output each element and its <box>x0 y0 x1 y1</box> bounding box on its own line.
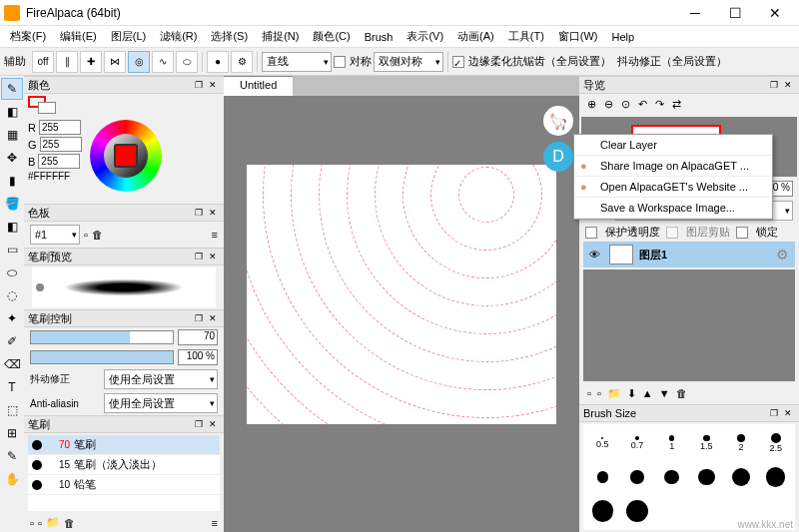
jitter-select[interactable]: 使用全局设置 <box>104 369 218 389</box>
minimize-button[interactable]: ─ <box>675 0 715 26</box>
dot-tool[interactable]: ▦ <box>1 124 23 146</box>
opacity-slider[interactable] <box>30 350 174 364</box>
layer-delete-icon[interactable]: 🗑 <box>676 387 687 400</box>
ctx-clear-layer[interactable]: Clear Layer <box>574 135 772 156</box>
opacity-value[interactable]: 100 % <box>178 349 218 365</box>
bg-color-swatch[interactable] <box>38 102 56 114</box>
zoom-out-icon[interactable]: ⊖ <box>604 98 613 111</box>
gear-icon[interactable]: ⚙ <box>776 247 789 263</box>
menu-brush[interactable]: Brush <box>359 29 400 45</box>
maximize-button[interactable]: ☐ <box>715 0 755 26</box>
ctx-save-workspace[interactable]: Save a Workspace Image... <box>574 198 772 219</box>
r-input[interactable] <box>39 120 81 135</box>
menu-edit[interactable]: 编辑(E) <box>54 27 103 46</box>
symmetry-select[interactable]: 双侧对称 <box>374 52 443 72</box>
lock-checkbox[interactable] <box>736 227 748 239</box>
snap-cross-button[interactable]: ✚ <box>80 51 102 73</box>
protect-alpha-checkbox[interactable] <box>585 227 597 239</box>
snap-vanish-button[interactable]: ⋈ <box>104 51 126 73</box>
b-input[interactable] <box>38 154 80 169</box>
line-type-select[interactable]: 直线 <box>262 52 332 72</box>
select-ellipse-tool[interactable]: ⬭ <box>1 262 23 283</box>
menu-layer[interactable]: 图层(L) <box>105 27 152 46</box>
brush-size-cell[interactable] <box>760 462 791 492</box>
palette-add-icon[interactable]: ▫ <box>84 229 88 241</box>
move-tool[interactable]: ✥ <box>1 147 23 169</box>
menu-snap[interactable]: 捕捉(N) <box>256 27 305 46</box>
canvas-viewport[interactable]: 🦙 D <box>224 96 579 532</box>
palette-delete-icon[interactable]: 🗑 <box>92 229 103 241</box>
layer-item[interactable]: 👁 图层1 ⚙ <box>583 242 795 267</box>
document-tab[interactable]: Untitled <box>224 76 293 96</box>
brush-size-cell[interactable] <box>622 462 653 492</box>
brush-size-cell[interactable]: 0.7 <box>622 428 653 458</box>
snap-parallel-button[interactable]: ∥ <box>56 51 78 73</box>
panel-undock-icon[interactable]: ❐ <box>192 80 206 90</box>
eye-icon[interactable]: 👁 <box>589 249 603 261</box>
size-value[interactable]: 70 <box>178 329 218 345</box>
ctx-open-alpacaget[interactable]: Open AlpacaGET's Website ... <box>574 177 772 198</box>
size-slider[interactable] <box>30 330 174 344</box>
zoom-fit-icon[interactable]: ⊙ <box>621 98 630 111</box>
snap-dot-button[interactable]: ● <box>207 51 229 73</box>
snap-off-button[interactable]: off <box>32 51 54 73</box>
menu-file[interactable]: 档案(F) <box>4 27 52 46</box>
menu-view[interactable]: 表示(V) <box>400 27 449 46</box>
brush-tool[interactable]: ✎ <box>1 78 23 100</box>
hand-tool[interactable]: ✋ <box>1 468 23 490</box>
menu-select[interactable]: 选择(S) <box>205 27 254 46</box>
brush-size-cell[interactable] <box>656 462 687 492</box>
brush-size-cell[interactable]: 1.5 <box>691 428 722 458</box>
brush-menu-icon[interactable]: ≡ <box>212 517 218 529</box>
close-button[interactable]: ✕ <box>755 0 795 26</box>
zoom-in-icon[interactable]: ⊕ <box>587 98 596 111</box>
magic-wand-tool[interactable]: ✦ <box>1 307 23 329</box>
layer-up-icon[interactable]: ▲ <box>642 387 653 400</box>
brush-delete-icon[interactable]: 🗑 <box>64 517 75 529</box>
edge-smooth-checkbox[interactable] <box>452 56 464 68</box>
g-input[interactable] <box>40 137 82 152</box>
clip-checkbox[interactable] <box>666 227 678 239</box>
snap-radial-button[interactable]: ◎ <box>128 51 150 73</box>
menu-help[interactable]: Help <box>606 29 641 45</box>
brush-size-cell[interactable]: 0.5 <box>587 428 618 458</box>
ctx-share-alpacaget[interactable]: Share Image on AlpacaGET ... <box>574 156 772 177</box>
brush-size-cell[interactable] <box>726 462 757 492</box>
eyedropper-tool[interactable]: ✎ <box>1 445 23 467</box>
lasso-tool[interactable]: ◌ <box>1 284 23 306</box>
menu-tools[interactable]: 工具(T) <box>502 27 550 46</box>
layer-folder-icon[interactable]: 📁 <box>607 387 621 400</box>
snap-curve-button[interactable]: ∿ <box>152 51 174 73</box>
brush-dup-icon[interactable]: ▫ <box>38 517 42 529</box>
canvas[interactable] <box>247 165 556 424</box>
divide-tool[interactable]: ⊞ <box>1 422 23 444</box>
snap-settings-button[interactable]: ⚙ <box>231 51 253 73</box>
rotate-left-icon[interactable]: ↶ <box>638 98 647 111</box>
menu-window[interactable]: 窗口(W) <box>552 27 604 46</box>
eraser-tool[interactable]: ◧ <box>1 101 23 123</box>
alpaca-avatar-icon[interactable]: 🦙 <box>543 106 573 136</box>
brush-size-cell[interactable] <box>622 496 653 526</box>
brush-size-cell[interactable]: 2 <box>726 428 757 458</box>
flip-icon[interactable]: ⇄ <box>672 98 681 111</box>
snap-ellipse-button[interactable]: ⬭ <box>176 51 198 73</box>
layer-new-icon[interactable]: ▫ <box>587 387 591 400</box>
color-wheel[interactable] <box>90 120 162 192</box>
select-pen-tool[interactable]: ✐ <box>1 330 23 352</box>
layer-dup-icon[interactable]: ▫ <box>597 387 601 400</box>
brush-size-cell[interactable] <box>587 462 618 492</box>
menu-anim[interactable]: 动画(A) <box>451 27 500 46</box>
text-tool[interactable]: T <box>1 376 23 398</box>
brush-item[interactable]: 15笔刷（淡入淡出） <box>28 455 220 475</box>
fill-tool[interactable]: ▮ <box>1 170 23 192</box>
brush-size-cell[interactable]: 1 <box>656 428 687 458</box>
select-rect-tool[interactable]: ▭ <box>1 239 23 261</box>
layer-merge-icon[interactable]: ⬇ <box>627 387 636 400</box>
brush-size-cell[interactable]: 2.5 <box>760 428 791 458</box>
alpaca-blue-icon[interactable]: D <box>543 142 573 172</box>
menu-filter[interactable]: 滤镜(R) <box>154 27 203 46</box>
brush-item[interactable]: 10铅笔 <box>28 475 220 495</box>
gradient-tool[interactable]: ◧ <box>1 216 23 238</box>
bucket-tool[interactable]: 🪣 <box>1 193 23 215</box>
brush-size-cell[interactable] <box>691 462 722 492</box>
